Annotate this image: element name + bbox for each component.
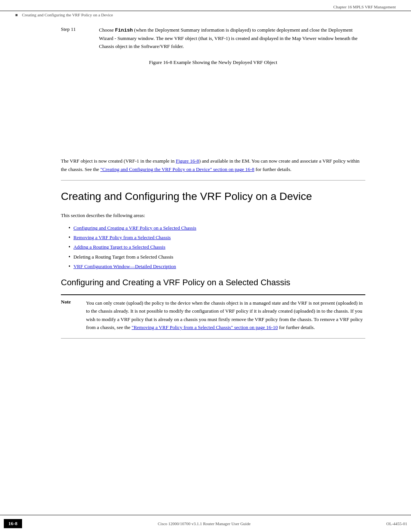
- page-header: Chapter 16 MPLS VRF Management: [0, 0, 411, 11]
- bullet-link-2[interactable]: Removing a VRF Policy from a Selected Ch…: [73, 233, 171, 242]
- breadcrumb-icon: ■: [15, 13, 18, 17]
- figure-link[interactable]: Figure 16-8: [176, 158, 199, 164]
- intro-paragraph: This section describes the following are…: [61, 211, 365, 219]
- breadcrumb: ■ Creating and Configuring the VRF Polic…: [0, 11, 411, 19]
- list-item: Configuring and Creating a VRF Policy on…: [68, 223, 365, 233]
- bullet-link-5[interactable]: VRF Configuration Window—Detailed Descri…: [73, 262, 176, 271]
- section-divider: [61, 180, 365, 181]
- footer-page-number: 16-8: [4, 519, 22, 528]
- figure-caption: Figure 16-8 Example Showing the Newly De…: [61, 59, 365, 66]
- step-block: Step 11 Choose Finish (when the Deployme…: [61, 26, 365, 50]
- main-content: Step 11 Choose Finish (when the Deployme…: [0, 19, 411, 515]
- figure-area: [61, 69, 365, 153]
- section-link[interactable]: "Creating and Configuring the VRF Policy…: [100, 166, 255, 172]
- page-footer: 16-8 Cisco 12000/10700 v3.1.1 Router Man…: [0, 515, 411, 532]
- note-block: Note You can only create (upload) the po…: [61, 294, 365, 332]
- step-text: Choose Finish (when the Deployment Summa…: [99, 26, 365, 50]
- body-text-part3: for further details.: [254, 166, 291, 172]
- note-text: You can only create (upload) the policy …: [86, 299, 365, 332]
- section-heading: Creating and Configuring the VRF Policy …: [61, 190, 365, 203]
- step-text-part1: Choose: [99, 27, 115, 33]
- bottom-rule: [61, 338, 365, 339]
- bullet-link-3[interactable]: Adding a Routing Target to a Selected Ch…: [73, 243, 166, 251]
- list-item: Adding a Routing Target to a Selected Ch…: [68, 242, 365, 252]
- body-paragraph: The VRF object is now created (VRF-1 in …: [61, 157, 365, 173]
- bullet-link-1[interactable]: Configuring and Creating a VRF Policy on…: [73, 224, 196, 232]
- note-text-part2: for further details.: [278, 324, 315, 330]
- bullet-text-4: Deleting a Routing Target from a Selecte…: [73, 252, 174, 261]
- note-link[interactable]: "Removing a VRF Policy from a Selected C…: [132, 324, 278, 330]
- subsection-heading: Configuring and Creating a VRF Policy on…: [61, 277, 365, 288]
- page-container: Chapter 16 MPLS VRF Management ■ Creatin…: [0, 0, 411, 532]
- list-item: VRF Configuration Window—Detailed Descri…: [68, 262, 365, 271]
- step-text-part2: (when the Deployment Summary information…: [99, 27, 358, 49]
- bullet-list: Configuring and Creating a VRF Policy on…: [68, 223, 365, 271]
- footer-right-text: OL-4455-01: [386, 521, 407, 526]
- step-keyword: Finish: [115, 27, 133, 33]
- list-item: Removing a VRF Policy from a Selected Ch…: [68, 233, 365, 242]
- header-right: Chapter 16 MPLS VRF Management: [333, 5, 396, 9]
- body-text-part1: The VRF object is now created (VRF-1 in …: [61, 158, 176, 164]
- list-item: Deleting a Routing Target from a Selecte…: [68, 252, 365, 262]
- breadcrumb-text: Creating and Configuring the VRF Policy …: [22, 13, 113, 17]
- note-label: Note: [61, 299, 80, 332]
- step-label: Step 11: [61, 26, 91, 50]
- footer-center-text: Cisco 12000/10700 v3.1.1 Router Manager …: [22, 521, 386, 526]
